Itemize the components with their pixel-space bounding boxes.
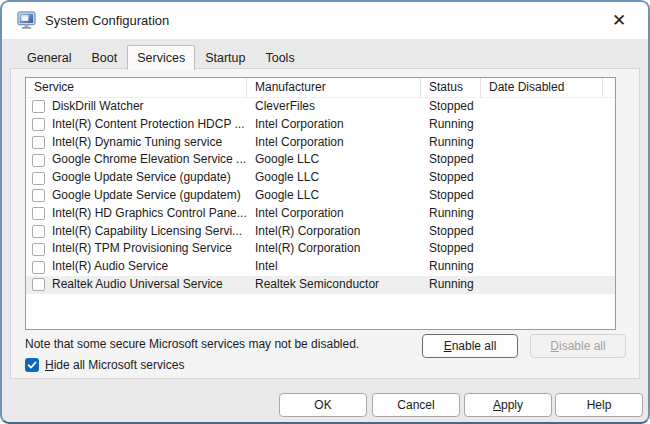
disable-all-label: isable all — [559, 339, 606, 353]
status-cell: Stopped — [421, 151, 481, 169]
table-row[interactable]: Intel(R) Dynamic Tuning service Intel Co… — [26, 134, 615, 152]
service-name: Intel(R) TPM Provisioning Service — [52, 240, 232, 258]
services-list[interactable]: Service Manufacturer Status Date Disable… — [25, 77, 616, 330]
tab-services[interactable]: Services — [127, 45, 195, 70]
service-checkbox[interactable] — [32, 278, 45, 291]
column-header-status[interactable]: Status — [421, 78, 481, 97]
service-checkbox[interactable] — [32, 225, 45, 238]
enable-all-label: nable all — [452, 339, 497, 353]
manufacturer-cell: Intel Corporation — [247, 205, 421, 223]
enable-all-accesskey: E — [444, 339, 452, 353]
enable-all-button[interactable]: Enable all — [422, 334, 518, 358]
status-cell: Stopped — [421, 98, 481, 116]
tab-general[interactable]: General — [17, 47, 81, 69]
service-name: Realtek Audio Universal Service — [52, 276, 223, 294]
cancel-button[interactable]: Cancel — [372, 393, 460, 417]
manufacturer-cell: Intel — [247, 258, 421, 276]
table-row[interactable]: Intel(R) HD Graphics Control Pane... Int… — [26, 205, 615, 223]
manufacturer-cell: Intel(R) Corporation — [247, 240, 421, 258]
service-name: Intel(R) HD Graphics Control Pane... — [52, 205, 247, 223]
manufacturer-cell: Intel Corporation — [247, 116, 421, 134]
checkmark-icon — [27, 360, 37, 370]
column-header-service[interactable]: Service — [26, 78, 247, 97]
title-bar: System Configuration ✕ — [2, 2, 648, 39]
service-checkbox[interactable] — [32, 207, 45, 220]
service-checkbox[interactable] — [32, 136, 45, 149]
service-name: Intel(R) Content Protection HDCP ... — [52, 116, 245, 134]
window-title: System Configuration — [45, 13, 169, 28]
manufacturer-cell: Intel Corporation — [247, 134, 421, 152]
manufacturer-cell: CleverFiles — [247, 98, 421, 116]
disable-all-button: Disable all — [530, 334, 626, 358]
service-checkbox[interactable] — [32, 189, 45, 202]
hide-microsoft-services-label: Hide all Microsoft services — [45, 358, 184, 372]
services-tab-page: Service Manufacturer Status Date Disable… — [10, 68, 640, 379]
hide-microsoft-services-checkbox[interactable] — [25, 358, 39, 372]
close-button[interactable]: ✕ — [602, 6, 636, 34]
table-row[interactable]: Google Chrome Elevation Service ... Goog… — [26, 151, 615, 169]
manufacturer-cell: Intel(R) Corporation — [247, 223, 421, 241]
status-cell: Stopped — [421, 187, 481, 205]
ok-button[interactable]: OK — [279, 393, 367, 417]
tab-boot[interactable]: Boot — [81, 47, 127, 69]
column-header-filler — [603, 78, 615, 97]
service-checkbox[interactable] — [32, 172, 45, 185]
table-row[interactable]: Google Update Service (gupdatem) Google … — [26, 187, 615, 205]
tab-startup[interactable]: Startup — [195, 47, 255, 69]
service-name: Intel(R) Audio Service — [52, 258, 168, 276]
status-cell: Running — [421, 116, 481, 134]
manufacturer-cell: Google LLC — [247, 187, 421, 205]
help-button[interactable]: Help — [555, 393, 643, 417]
system-configuration-window: System Configuration ✕ General Boot Serv… — [0, 0, 650, 424]
service-name: Google Update Service (gupdatem) — [52, 187, 241, 205]
apply-label: pply — [501, 398, 523, 412]
service-checkbox[interactable] — [32, 243, 45, 256]
status-cell: Stopped — [421, 240, 481, 258]
secure-services-note: Note that some secure Microsoft services… — [25, 337, 359, 351]
status-cell: Stopped — [421, 169, 481, 187]
msconfig-app-icon — [17, 11, 36, 30]
table-row-selected[interactable]: Realtek Audio Universal Service Realtek … — [26, 276, 615, 294]
status-cell: Running — [421, 205, 481, 223]
tab-strip: General Boot Services Startup Tools — [17, 46, 305, 69]
list-header: Service Manufacturer Status Date Disable… — [26, 78, 615, 98]
apply-button[interactable]: Apply — [464, 393, 552, 417]
table-row[interactable]: DiskDrill Watcher CleverFiles Stopped — [26, 98, 615, 116]
service-name: Intel(R) Capability Licensing Servi... — [52, 223, 242, 241]
manufacturer-cell: Google LLC — [247, 151, 421, 169]
service-name: Google Chrome Elevation Service ... — [52, 151, 246, 169]
status-cell: Running — [421, 276, 481, 294]
service-checkbox[interactable] — [32, 118, 45, 131]
manufacturer-cell: Google LLC — [247, 169, 421, 187]
disable-all-accesskey: D — [550, 339, 559, 353]
hide-label-rest: ide all Microsoft services — [54, 358, 185, 372]
table-row[interactable]: Intel(R) TPM Provisioning Service Intel(… — [26, 240, 615, 258]
table-row[interactable]: Intel(R) Capability Licensing Servi... I… — [26, 223, 615, 241]
table-row[interactable]: Google Update Service (gupdate) Google L… — [26, 169, 615, 187]
service-checkbox[interactable] — [32, 154, 45, 167]
tab-tools[interactable]: Tools — [255, 47, 304, 69]
service-name: Google Update Service (gupdate) — [52, 169, 231, 187]
status-cell: Running — [421, 134, 481, 152]
hide-microsoft-services-row[interactable]: Hide all Microsoft services — [25, 356, 184, 374]
service-name: Intel(R) Dynamic Tuning service — [52, 134, 222, 152]
service-name: DiskDrill Watcher — [52, 98, 144, 116]
table-row[interactable]: Intel(R) Content Protection HDCP ... Int… — [26, 116, 615, 134]
service-checkbox[interactable] — [32, 100, 45, 113]
apply-accesskey: A — [493, 398, 501, 412]
column-header-manufacturer[interactable]: Manufacturer — [247, 78, 421, 97]
status-cell: Running — [421, 258, 481, 276]
status-cell: Stopped — [421, 223, 481, 241]
hide-accesskey: H — [45, 358, 54, 372]
column-header-date-disabled[interactable]: Date Disabled — [481, 78, 603, 97]
manufacturer-cell: Realtek Semiconductor — [247, 276, 421, 294]
close-icon: ✕ — [612, 10, 626, 31]
table-row[interactable]: Intel(R) Audio Service Intel Running — [26, 258, 615, 276]
service-checkbox[interactable] — [32, 261, 45, 274]
